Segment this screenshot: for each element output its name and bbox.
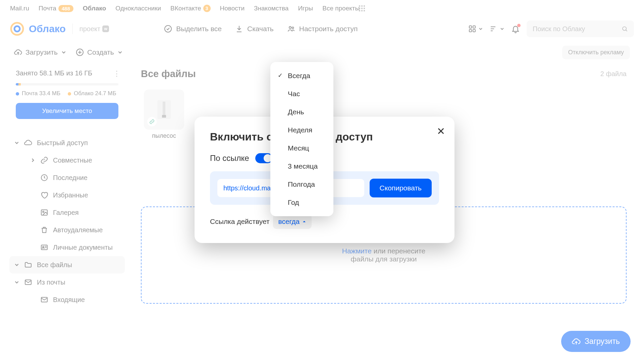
expiry-dropdown: Всегда Час День Неделя Месяц 3 месяца По…	[270, 62, 333, 216]
dropdown-item-month[interactable]: Месяц	[270, 139, 333, 157]
dropdown-item-hour[interactable]: Час	[270, 85, 333, 103]
copy-button[interactable]: Скопировать	[370, 179, 432, 197]
caret-up-icon	[302, 220, 306, 224]
by-link-label: По ссылке	[210, 154, 249, 163]
expiry-select[interactable]: всегда	[273, 214, 312, 229]
dropdown-item-3months[interactable]: 3 месяца	[270, 157, 333, 175]
expiry-row: Ссылка действует всегда	[210, 214, 439, 229]
expiry-label: Ссылка действует	[210, 218, 270, 226]
dropdown-item-day[interactable]: День	[270, 103, 333, 121]
dropdown-item-halfyear[interactable]: Полгода	[270, 175, 333, 193]
dropdown-item-year[interactable]: Год	[270, 193, 333, 212]
dropdown-item-always[interactable]: Всегда	[270, 67, 333, 85]
dropdown-item-week[interactable]: Неделя	[270, 121, 333, 139]
close-button[interactable]: ✕	[437, 125, 445, 137]
link-toggle[interactable]	[255, 153, 273, 163]
expiry-value: всегда	[278, 218, 300, 226]
